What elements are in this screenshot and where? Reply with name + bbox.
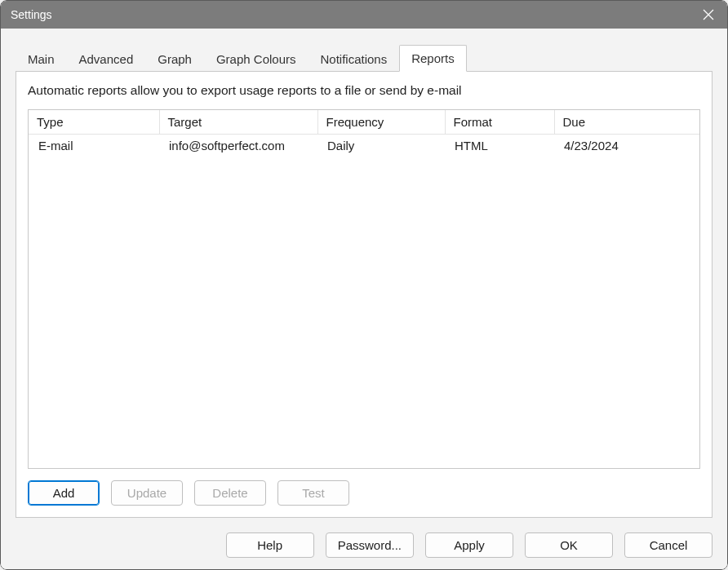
tab-advanced[interactable]: Advanced: [67, 46, 146, 72]
cell-due: 4/23/2024: [554, 135, 699, 157]
reports-panel: Automatic reports allow you to export us…: [16, 71, 712, 518]
window-title: Settings: [11, 8, 52, 21]
table-header-row: Type Target Frequency Format Due: [29, 110, 699, 135]
reports-table-container: Type Target Frequency Format Due E-mail …: [28, 109, 700, 469]
tab-bar: Main Advanced Graph Graph Colours Notifi…: [16, 43, 712, 71]
footer-buttons: Help Password... Apply OK Cancel: [16, 532, 712, 558]
table-row[interactable]: E-mail info@softperfect.com Daily HTML 4…: [29, 135, 699, 157]
update-button[interactable]: Update: [111, 480, 183, 506]
help-button[interactable]: Help: [226, 532, 314, 558]
titlebar: Settings: [1, 1, 727, 29]
cell-target: info@softperfect.com: [159, 135, 317, 157]
column-header-frequency[interactable]: Frequency: [317, 110, 445, 135]
close-button[interactable]: [690, 1, 727, 29]
column-header-due[interactable]: Due: [554, 110, 699, 135]
delete-button[interactable]: Delete: [194, 480, 266, 506]
cell-type: E-mail: [29, 135, 159, 157]
test-button[interactable]: Test: [277, 480, 349, 506]
ok-button[interactable]: OK: [525, 532, 613, 558]
tab-main[interactable]: Main: [16, 46, 67, 72]
client-area: Main Advanced Graph Graph Colours Notifi…: [1, 29, 727, 569]
password-button[interactable]: Password...: [326, 532, 414, 558]
column-header-format[interactable]: Format: [445, 110, 554, 135]
tab-graph-colours[interactable]: Graph Colours: [204, 46, 309, 72]
cell-format: HTML: [445, 135, 554, 157]
column-header-target[interactable]: Target: [159, 110, 317, 135]
reports-table: Type Target Frequency Format Due E-mail …: [29, 110, 699, 157]
tab-reports[interactable]: Reports: [399, 45, 467, 72]
settings-window: Settings Main Advanced Graph Graph Colou…: [0, 0, 728, 570]
row-action-buttons: Add Update Delete Test: [28, 480, 700, 506]
cancel-button[interactable]: Cancel: [624, 532, 712, 558]
close-icon: [703, 9, 714, 20]
add-button[interactable]: Add: [28, 480, 100, 506]
tab-notifications[interactable]: Notifications: [308, 46, 399, 72]
cell-frequency: Daily: [317, 135, 445, 157]
column-header-type[interactable]: Type: [29, 110, 159, 135]
tab-graph[interactable]: Graph: [145, 46, 204, 72]
apply-button[interactable]: Apply: [425, 532, 513, 558]
panel-description: Automatic reports allow you to export us…: [28, 83, 700, 98]
